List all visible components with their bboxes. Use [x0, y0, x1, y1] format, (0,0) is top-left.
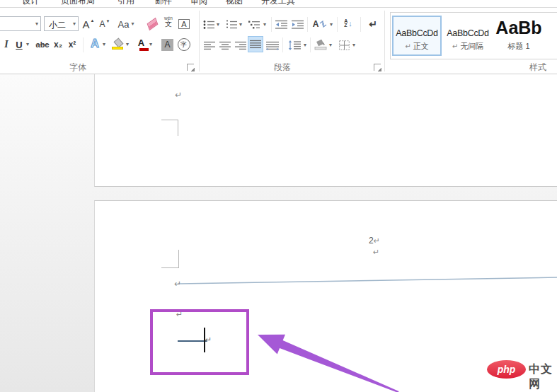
decrease-indent-button[interactable] [275, 17, 289, 33]
pinyin-char-label: 文 [165, 21, 172, 28]
line-spacing-icon [288, 40, 302, 50]
bullet-list-icon [203, 20, 215, 30]
mini-divider [360, 17, 361, 32]
character-border-button[interactable]: A [177, 16, 191, 32]
margin-corner-mark [161, 120, 178, 136]
tab-references[interactable]: 引用 [117, 0, 134, 7]
chevron-down-icon[interactable]: ▾ [131, 21, 134, 27]
line-spacing-button[interactable] [287, 38, 302, 53]
chevron-down-icon[interactable]: ▾ [126, 42, 129, 47]
tab-design[interactable]: 设计 [22, 0, 39, 7]
tab-page-layout[interactable]: 页面布局 [61, 0, 95, 7]
clear-formatting-button[interactable] [144, 16, 160, 32]
italic-button[interactable]: I [1, 37, 11, 52]
mini-divider [307, 17, 308, 32]
paragraph-mark: ↵ [373, 248, 379, 257]
chevron-down-icon[interactable]: ▾ [73, 21, 76, 27]
mini-divider [310, 38, 311, 52]
shrink-font-icon: A [100, 19, 105, 29]
text-effects-button[interactable]: A [88, 36, 101, 52]
numbered-list-button[interactable] [225, 17, 238, 33]
font-name-combobox[interactable]: ▾ [0, 16, 41, 31]
text-effects-icon: A [91, 38, 99, 50]
shaded-a-icon: A [161, 39, 173, 51]
align-right-icon [235, 41, 246, 50]
subscript-icon: x₂ [54, 40, 62, 50]
align-right-button[interactable] [234, 38, 247, 53]
font-dialog-launcher[interactable] [187, 64, 194, 71]
chevron-down-icon[interactable]: ▾ [330, 22, 333, 28]
borders-grid-icon [339, 40, 350, 50]
page-2[interactable]: 2↵ ↵ ↵ ↵ ↵ php 中文网 [94, 200, 557, 392]
borders-button[interactable] [337, 38, 351, 53]
phonetic-guide-button[interactable]: wén 文 [161, 14, 176, 30]
style-preview: AaBb [495, 18, 541, 38]
style-card-normal[interactable]: AaBbCcDd ↵ 正文 [392, 16, 442, 56]
paragraph-dialog-launcher[interactable] [374, 64, 381, 71]
paragraph-mark: ↵ [174, 279, 181, 289]
textbox-line[interactable] [178, 340, 207, 342]
group-divider [199, 11, 200, 71]
chevron-down-icon[interactable]: ▾ [26, 42, 29, 47]
circled-char-icon: 字 [178, 38, 190, 51]
multilevel-list-button[interactable] [248, 17, 262, 33]
font-color-button[interactable]: A [135, 36, 147, 52]
italic-icon: I [4, 39, 8, 50]
horizontal-rule-line[interactable] [178, 277, 557, 284]
superscript-icon: x² [69, 40, 76, 50]
style-card-no-spacing[interactable]: AaBbCcDd ↵ 无间隔 [443, 16, 493, 56]
multilevel-list-icon [248, 20, 261, 30]
chevron-down-icon[interactable]: ▾ [35, 21, 38, 27]
page-number-text: 2↵ [369, 236, 380, 246]
chevron-down-icon[interactable]: ▾ [103, 42, 105, 47]
justify-button[interactable] [248, 36, 263, 52]
chevron-down-icon[interactable]: ▾ [329, 42, 332, 48]
distribute-button[interactable] [265, 38, 280, 53]
change-case-button[interactable]: Aa ▾ [115, 16, 137, 32]
grow-font-icon: A [83, 18, 90, 30]
strikethrough-button[interactable]: abc [35, 37, 50, 52]
annotation-rectangle[interactable]: ↵ ↵ [150, 309, 249, 375]
distribute-icon [266, 41, 279, 50]
styles-group-label: 样式 [529, 62, 546, 74]
align-left-button[interactable] [203, 38, 216, 53]
chevron-down-icon[interactable]: ▾ [263, 22, 266, 28]
tab-developer[interactable]: 开发工具 [261, 0, 295, 7]
asian-layout-button[interactable]: A [311, 16, 328, 32]
chevron-down-icon[interactable]: ▾ [352, 42, 355, 48]
watermark-site-text: 中文网 [529, 362, 557, 392]
chevron-down-icon[interactable]: ▾ [217, 22, 219, 28]
font-size-combobox[interactable]: 小二 ▾ [44, 16, 79, 31]
bullet-list-button[interactable] [202, 17, 215, 33]
margin-corner-mark [161, 250, 179, 268]
tab-view[interactable]: 视图 [226, 0, 243, 7]
php-logo-text: php [498, 364, 516, 375]
align-center-button[interactable] [219, 38, 231, 53]
tab-mailings[interactable]: 邮件 [155, 0, 172, 7]
page-1[interactable]: ↵ [94, 74, 557, 187]
grow-font-button[interactable]: A ▲ [81, 16, 96, 32]
tab-review[interactable]: 审阅 [190, 0, 207, 7]
highlighter-icon [112, 39, 124, 50]
chevron-down-icon[interactable]: ▾ [149, 42, 152, 47]
enclose-characters-button[interactable]: 字 [177, 37, 190, 52]
increase-indent-button[interactable] [291, 17, 305, 33]
sort-button[interactable]: AZ ↓ [341, 16, 355, 31]
subscript-button[interactable]: x₂ [52, 37, 64, 52]
mini-divider [337, 17, 338, 32]
chevron-down-icon[interactable]: ▾ [239, 22, 242, 28]
shrink-font-button[interactable]: A ▼ [98, 16, 112, 32]
shading-button[interactable] [314, 37, 328, 52]
text-highlight-button[interactable] [111, 37, 124, 52]
decrease-indent-icon [275, 20, 288, 30]
underline-button[interactable]: U [13, 37, 25, 52]
style-card-heading1[interactable]: AaBb 标题 1 [494, 16, 544, 56]
style-card-heading2[interactable]: Aa 标 [545, 16, 557, 56]
superscript-button[interactable]: x² [66, 37, 79, 52]
show-hide-marks-button[interactable]: ↵ [366, 16, 380, 32]
sort-down-arrow-icon: ↓ [348, 19, 352, 28]
chevron-down-icon[interactable]: ▾ [304, 42, 306, 48]
paragraph-mark: ↵ [175, 90, 182, 100]
character-shading-button[interactable]: A [161, 37, 174, 52]
style-preview: AaBbCcDd [447, 28, 488, 38]
